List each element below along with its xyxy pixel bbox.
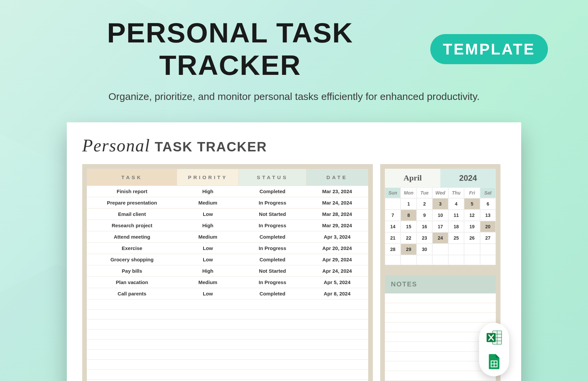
empty-cell[interactable] bbox=[239, 360, 306, 370]
calendar-day[interactable]: 6 bbox=[480, 198, 496, 210]
empty-cell[interactable] bbox=[306, 360, 368, 370]
table-row[interactable] bbox=[87, 370, 368, 380]
calendar-day[interactable] bbox=[480, 244, 496, 255]
table-row[interactable]: Finish reportHighCompletedMar 23, 2024 bbox=[87, 186, 368, 197]
table-row[interactable] bbox=[87, 350, 368, 360]
task-cell[interactable]: Plan vacation bbox=[87, 277, 177, 288]
empty-cell[interactable] bbox=[239, 380, 306, 381]
table-row[interactable] bbox=[87, 340, 368, 350]
empty-cell[interactable] bbox=[177, 380, 239, 381]
calendar-day[interactable]: 14 bbox=[385, 221, 401, 232]
empty-cell[interactable] bbox=[239, 299, 306, 309]
empty-cell[interactable] bbox=[239, 330, 306, 340]
empty-cell[interactable] bbox=[87, 340, 177, 350]
priority-cell[interactable]: Medium bbox=[177, 231, 239, 243]
calendar-day[interactable]: 17 bbox=[432, 221, 448, 232]
calendar-day[interactable] bbox=[401, 255, 416, 265]
table-row[interactable]: Research projectHighIn ProgressMar 29, 2… bbox=[87, 220, 368, 231]
calendar-day[interactable]: 19 bbox=[464, 221, 480, 232]
empty-cell[interactable] bbox=[177, 370, 239, 380]
empty-cell[interactable] bbox=[87, 320, 177, 330]
empty-cell[interactable] bbox=[87, 299, 177, 309]
calendar-day[interactable] bbox=[464, 244, 480, 255]
status-cell[interactable]: In Progress bbox=[239, 197, 306, 209]
calendar-day[interactable] bbox=[385, 198, 401, 210]
calendar-day[interactable]: 20 bbox=[480, 221, 496, 232]
date-cell[interactable]: Apr 3, 2024 bbox=[306, 231, 368, 243]
status-cell[interactable]: Not Started bbox=[239, 265, 306, 277]
calendar-day[interactable]: 30 bbox=[417, 244, 432, 255]
task-cell[interactable]: Research project bbox=[87, 220, 177, 231]
calendar-day[interactable]: 11 bbox=[448, 210, 464, 221]
task-cell[interactable]: Pay bills bbox=[87, 265, 177, 277]
calendar-day[interactable]: 28 bbox=[385, 244, 401, 255]
date-cell[interactable]: Apr 24, 2024 bbox=[306, 265, 368, 277]
priority-cell[interactable]: Medium bbox=[177, 277, 239, 288]
priority-cell[interactable]: High bbox=[177, 220, 239, 231]
priority-cell[interactable]: Low bbox=[177, 254, 239, 265]
table-row[interactable]: Grocery shoppingLowCompletedApr 29, 2024 bbox=[87, 254, 368, 265]
date-cell[interactable]: Apr 8, 2024 bbox=[306, 288, 368, 299]
empty-cell[interactable] bbox=[306, 309, 368, 320]
table-row[interactable] bbox=[87, 360, 368, 370]
table-row[interactable]: Prepare presentationMediumIn ProgressMar… bbox=[87, 197, 368, 209]
priority-cell[interactable]: Low bbox=[177, 243, 239, 254]
calendar-day[interactable]: 12 bbox=[464, 210, 480, 221]
calendar-day[interactable] bbox=[385, 255, 401, 265]
empty-cell[interactable] bbox=[239, 320, 306, 330]
empty-cell[interactable] bbox=[306, 299, 368, 309]
calendar-day[interactable]: 4 bbox=[448, 198, 464, 210]
calendar-day[interactable] bbox=[448, 244, 464, 255]
task-cell[interactable]: Call parents bbox=[87, 288, 177, 299]
empty-cell[interactable] bbox=[177, 320, 239, 330]
empty-cell[interactable] bbox=[239, 370, 306, 380]
calendar-day[interactable]: 18 bbox=[448, 221, 464, 232]
task-cell[interactable]: Prepare presentation bbox=[87, 197, 177, 209]
status-cell[interactable]: In Progress bbox=[239, 243, 306, 254]
empty-cell[interactable] bbox=[306, 370, 368, 380]
calendar-day[interactable]: 22 bbox=[401, 232, 416, 244]
empty-cell[interactable] bbox=[87, 330, 177, 340]
table-row[interactable]: Pay billsHighNot StartedApr 24, 2024 bbox=[87, 265, 368, 277]
empty-cell[interactable] bbox=[177, 340, 239, 350]
status-cell[interactable]: Completed bbox=[239, 254, 306, 265]
empty-cell[interactable] bbox=[87, 370, 177, 380]
table-row[interactable] bbox=[87, 380, 368, 381]
table-row[interactable]: Plan vacationMediumIn ProgressApr 5, 202… bbox=[87, 277, 368, 288]
calendar-day[interactable]: 5 bbox=[464, 198, 480, 210]
task-cell[interactable]: Email client bbox=[87, 209, 177, 220]
empty-cell[interactable] bbox=[306, 340, 368, 350]
empty-cell[interactable] bbox=[87, 360, 177, 370]
calendar-day[interactable]: 3 bbox=[432, 198, 448, 210]
calendar-day[interactable]: 25 bbox=[448, 232, 464, 244]
empty-cell[interactable] bbox=[177, 309, 239, 320]
task-cell[interactable]: Finish report bbox=[87, 186, 177, 197]
priority-cell[interactable]: Medium bbox=[177, 197, 239, 209]
calendar-day[interactable]: 8 bbox=[401, 210, 416, 221]
date-cell[interactable]: Apr 29, 2024 bbox=[306, 254, 368, 265]
status-cell[interactable]: Not Started bbox=[239, 209, 306, 220]
status-cell[interactable]: In Progress bbox=[239, 220, 306, 231]
table-row[interactable]: Call parentsLowCompletedApr 8, 2024 bbox=[87, 288, 368, 299]
task-cell[interactable]: Grocery shopping bbox=[87, 254, 177, 265]
calendar-day[interactable]: 16 bbox=[417, 221, 432, 232]
date-cell[interactable]: Mar 29, 2024 bbox=[306, 220, 368, 231]
status-cell[interactable]: Completed bbox=[239, 186, 306, 197]
calendar-day[interactable] bbox=[432, 255, 448, 265]
calendar-day[interactable] bbox=[464, 255, 480, 265]
date-cell[interactable]: Apr 5, 2024 bbox=[306, 277, 368, 288]
calendar-day[interactable] bbox=[480, 255, 496, 265]
date-cell[interactable]: Apr 20, 2024 bbox=[306, 243, 368, 254]
empty-cell[interactable] bbox=[177, 330, 239, 340]
status-cell[interactable]: Completed bbox=[239, 231, 306, 243]
empty-cell[interactable] bbox=[177, 360, 239, 370]
priority-cell[interactable]: Low bbox=[177, 209, 239, 220]
task-cell[interactable]: Exercise bbox=[87, 243, 177, 254]
empty-cell[interactable] bbox=[87, 380, 177, 381]
calendar-day[interactable] bbox=[417, 255, 432, 265]
empty-cell[interactable] bbox=[177, 350, 239, 360]
calendar-day[interactable]: 7 bbox=[385, 210, 401, 221]
empty-cell[interactable] bbox=[306, 350, 368, 360]
empty-cell[interactable] bbox=[306, 380, 368, 381]
calendar-day[interactable]: 10 bbox=[432, 210, 448, 221]
